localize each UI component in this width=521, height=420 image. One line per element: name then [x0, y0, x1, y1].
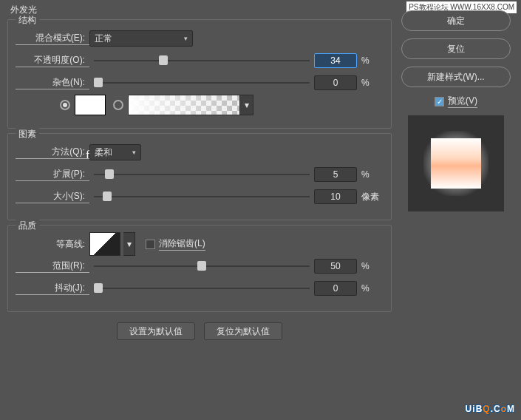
opacity-unit: % — [357, 55, 384, 66]
quality-legend: 品质 — [16, 220, 39, 232]
contour-label: 等高线: — [16, 238, 89, 251]
elements-group: 图素 方法(Q): 柔和 ▾ 扩展(P): 5 % 大小(S): 10 像素 — [7, 133, 392, 220]
opacity-input[interactable]: 34 — [314, 53, 357, 68]
opacity-label: 不透明度(O): — [16, 54, 89, 67]
spread-input[interactable]: 5 — [314, 167, 357, 182]
size-slider[interactable] — [94, 189, 310, 205]
antialias-label: 消除锯齿(L) — [159, 237, 205, 251]
reset-default-button[interactable]: 复位为默认值 — [204, 322, 282, 340]
spread-label: 扩展(P): — [16, 168, 89, 181]
size-input[interactable]: 10 — [314, 189, 357, 204]
blend-mode-select[interactable]: 正常 ▾ — [89, 30, 193, 47]
jitter-slider[interactable] — [94, 280, 310, 297]
blend-mode-label: 混合模式(E): — [16, 32, 89, 45]
noise-label: 杂色(N): — [16, 76, 89, 89]
chevron-down-icon: ▾ — [245, 100, 249, 110]
range-input[interactable]: 50 — [314, 259, 357, 274]
reset-button[interactable]: 复位 — [401, 38, 511, 59]
preview-label: 预览(V) — [448, 95, 477, 108]
opacity-slider[interactable] — [94, 52, 310, 69]
method-label: 方法(Q): — [16, 146, 89, 159]
spread-slider[interactable] — [94, 166, 310, 183]
site-logo: UiBQ.CoM — [466, 399, 515, 416]
jitter-input[interactable]: 0 — [314, 281, 357, 296]
elements-legend: 图素 — [16, 128, 39, 140]
panel-title: 外发光 — [7, 4, 392, 19]
structure-group: 结构 混合模式(E): 正常 ▾ 不透明度(O): 34 % 杂色(N): 0 … — [7, 19, 392, 129]
preview-checkbox[interactable] — [435, 97, 444, 106]
structure-legend: 结构 — [16, 14, 39, 27]
jitter-unit: % — [357, 283, 384, 294]
method-value: 柔和 — [95, 146, 112, 159]
range-unit: % — [357, 261, 384, 271]
method-select[interactable]: 柔和 ▾ — [89, 144, 141, 160]
color-radio[interactable] — [60, 100, 70, 110]
new-style-button[interactable]: 新建样式(W)... — [401, 67, 511, 87]
range-slider[interactable] — [94, 258, 310, 274]
chevron-down-icon: ▾ — [184, 35, 188, 42]
gradient-picker[interactable]: ▾ — [128, 95, 253, 115]
chevron-down-icon: ▾ — [127, 239, 132, 249]
size-label: 大小(S): — [16, 190, 89, 203]
preview-thumbnail — [408, 115, 504, 211]
gradient-radio[interactable] — [113, 100, 123, 110]
size-unit: 像素 — [357, 191, 384, 203]
spread-unit: % — [357, 169, 384, 180]
contour-picker[interactable] — [89, 232, 120, 256]
ok-button[interactable]: 确定 — [401, 10, 511, 31]
contour-dropdown[interactable]: ▾ — [123, 232, 135, 256]
noise-slider[interactable] — [94, 75, 310, 91]
range-label: 范围(R): — [16, 260, 89, 273]
blend-mode-value: 正常 — [95, 33, 112, 45]
noise-unit: % — [357, 78, 384, 88]
set-default-button[interactable]: 设置为默认值 — [117, 322, 195, 340]
chevron-down-icon: ▾ — [132, 149, 136, 156]
color-swatch[interactable] — [75, 95, 106, 115]
quality-group: 品质 等高线: ▾ 消除锯齿(L) 范围(R): 50 % 抖动(J): 0 % — [7, 225, 392, 312]
jitter-label: 抖动(J): — [16, 282, 89, 295]
noise-input[interactable]: 0 — [314, 75, 357, 90]
antialias-checkbox[interactable] — [146, 240, 155, 249]
